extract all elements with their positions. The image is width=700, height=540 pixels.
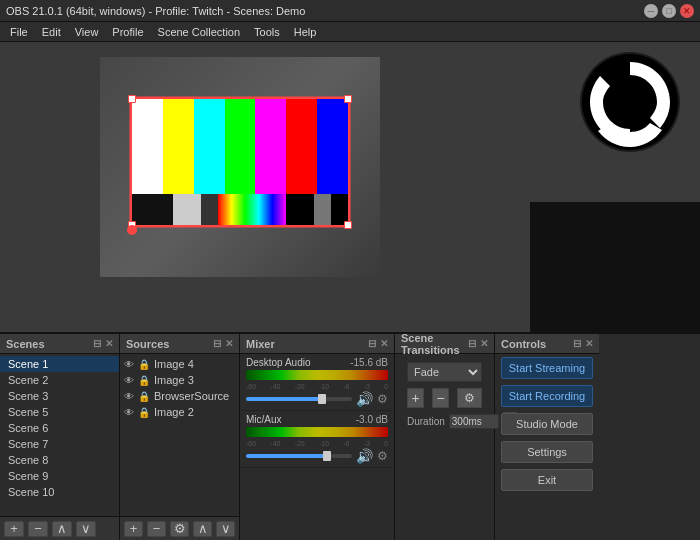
menu-scene-collection[interactable]: Scene Collection xyxy=(152,25,247,39)
scene-list: Scene 1 Scene 2 Scene 3 Scene 5 Scene 6 … xyxy=(0,354,119,516)
sources-panel-header: Sources ⊟ ✕ xyxy=(120,334,239,354)
bot-gray xyxy=(314,194,331,226)
menu-view[interactable]: View xyxy=(69,25,105,39)
scene-remove-button[interactable]: − xyxy=(28,521,48,537)
scene-item[interactable]: Scene 6 xyxy=(0,420,119,436)
scene-item[interactable]: Scene 2 xyxy=(0,372,119,388)
source-name: Image 4 xyxy=(154,358,194,370)
source-name: Image 3 xyxy=(154,374,194,386)
scene-item[interactable]: Scene 10 xyxy=(0,484,119,500)
source-item-image2[interactable]: 👁 🔒 Image 2 xyxy=(120,404,239,420)
bot-light xyxy=(173,194,200,226)
handle-br[interactable] xyxy=(344,221,352,229)
sources-close-icon[interactable]: ✕ xyxy=(225,338,233,349)
source-name: BrowserSource xyxy=(154,390,229,402)
menu-help[interactable]: Help xyxy=(288,25,323,39)
source-settings-button[interactable]: ⚙ xyxy=(170,521,189,537)
scene-item[interactable]: Scene 1 xyxy=(0,356,119,372)
mic-volume-slider[interactable] xyxy=(246,454,352,458)
sources-config-icon[interactable]: ⊟ xyxy=(213,338,221,349)
scenes-panel-header: Scenes ⊟ ✕ xyxy=(0,334,119,354)
scene-down-button[interactable]: ∨ xyxy=(76,521,96,537)
scene-up-button[interactable]: ∧ xyxy=(52,521,72,537)
scenes-close-icon[interactable]: ✕ xyxy=(105,338,113,349)
close-button[interactable]: ✕ xyxy=(680,4,694,18)
handle-tr[interactable] xyxy=(344,95,352,103)
source-up-button[interactable]: ∧ xyxy=(193,521,212,537)
scenes-config-icon[interactable]: ⊟ xyxy=(93,338,101,349)
desktop-mute-button[interactable]: 🔊 xyxy=(356,391,373,407)
scene-item[interactable]: Scene 3 xyxy=(0,388,119,404)
exit-button[interactable]: Exit xyxy=(501,469,593,491)
scene-add-button[interactable]: + xyxy=(4,521,24,537)
source-remove-button[interactable]: − xyxy=(147,521,166,537)
obs-logo xyxy=(580,52,680,152)
lock-icon: 🔒 xyxy=(138,375,150,386)
transition-settings-button[interactable]: ⚙ xyxy=(457,388,482,408)
titlebar-title: OBS 21.0.1 (64bit, windows) - Profile: T… xyxy=(6,5,305,17)
menu-profile[interactable]: Profile xyxy=(106,25,149,39)
controls-close-icon[interactable]: ✕ xyxy=(585,338,593,349)
desktop-volume-fill xyxy=(246,397,326,401)
desktop-volume-slider[interactable] xyxy=(246,397,352,401)
scene-item[interactable]: Scene 9 xyxy=(0,468,119,484)
eye-icon[interactable]: 👁 xyxy=(124,375,134,386)
transitions-close-icon[interactable]: ✕ xyxy=(480,338,488,349)
transition-remove-button[interactable]: − xyxy=(432,388,449,408)
scene-item[interactable]: Scene 5 xyxy=(0,404,119,420)
source-add-button[interactable]: + xyxy=(124,521,143,537)
mic-mixer-controls: 🔊 ⚙ xyxy=(246,448,388,464)
handle-tl[interactable] xyxy=(128,95,136,103)
mic-settings-icon[interactable]: ⚙ xyxy=(377,449,388,463)
color-bars-preview[interactable] xyxy=(130,97,350,227)
bottom-panels: Scenes ⊟ ✕ Scene 1 Scene 2 Scene 3 Scene… xyxy=(0,332,700,540)
mixer-config-icon[interactable]: ⊟ xyxy=(368,338,376,349)
duration-row: Duration ▲ ▼ xyxy=(401,410,488,433)
source-item-browser[interactable]: 👁 🔒 BrowserSource xyxy=(120,388,239,404)
controls-panel: Controls ⊟ ✕ Start Streaming Start Recor… xyxy=(495,334,599,540)
desktop-settings-icon[interactable]: ⚙ xyxy=(377,392,388,406)
source-item-image4[interactable]: 👁 🔒 Image 4 xyxy=(120,356,239,372)
eye-icon[interactable]: 👁 xyxy=(124,359,134,370)
bot-black xyxy=(286,194,313,226)
transitions-config-icon[interactable]: ⊟ xyxy=(468,338,476,349)
transition-add-button[interactable]: + xyxy=(407,388,424,408)
sources-header-icons: ⊟ ✕ xyxy=(213,338,233,349)
transitions-panel-header: Scene Transitions ⊟ ✕ xyxy=(395,334,494,354)
source-down-button[interactable]: ∨ xyxy=(216,521,235,537)
transition-type-select[interactable]: Fade Cut Swipe xyxy=(407,362,482,382)
duration-input[interactable] xyxy=(449,414,499,429)
svg-point-2 xyxy=(618,90,642,114)
desktop-vu-meter xyxy=(246,370,388,380)
sources-panel: Sources ⊟ ✕ 👁 🔒 Image 4 👁 🔒 Image 3 👁 🔒 … xyxy=(120,334,240,540)
transitions-panel: Scene Transitions ⊟ ✕ Fade Cut Swipe + −… xyxy=(395,334,495,540)
mic-mute-button[interactable]: 🔊 xyxy=(356,448,373,464)
menu-tools[interactable]: Tools xyxy=(248,25,286,39)
lock-icon: 🔒 xyxy=(138,391,150,402)
eye-icon[interactable]: 👁 xyxy=(124,391,134,402)
minimize-button[interactable]: ─ xyxy=(644,4,658,18)
bar-green xyxy=(225,99,256,194)
start-recording-button[interactable]: Start Recording xyxy=(501,385,593,407)
settings-button[interactable]: Settings xyxy=(501,441,593,463)
controls-title: Controls xyxy=(501,338,546,350)
mic-vu-bar xyxy=(246,427,388,437)
source-item-image3[interactable]: 👁 🔒 Image 3 xyxy=(120,372,239,388)
mic-volume-handle[interactable] xyxy=(323,451,331,461)
controls-config-icon[interactable]: ⊟ xyxy=(573,338,581,349)
studio-mode-button[interactable]: Studio Mode xyxy=(501,413,593,435)
menu-edit[interactable]: Edit xyxy=(36,25,67,39)
maximize-button[interactable]: □ xyxy=(662,4,676,18)
mixer-panel: Mixer ⊟ ✕ Desktop Audio -15.6 dB -60 -40… xyxy=(240,334,395,540)
scene-item[interactable]: Scene 8 xyxy=(0,452,119,468)
scene-item[interactable]: Scene 7 xyxy=(0,436,119,452)
handle-bc[interactable] xyxy=(127,225,137,235)
lock-icon: 🔒 xyxy=(138,359,150,370)
menu-file[interactable]: File xyxy=(4,25,34,39)
mixer-close-icon[interactable]: ✕ xyxy=(380,338,388,349)
desktop-volume-handle[interactable] xyxy=(318,394,326,404)
desktop-mixer-controls: 🔊 ⚙ xyxy=(246,391,388,407)
start-streaming-button[interactable]: Start Streaming xyxy=(501,357,593,379)
color-bars-top xyxy=(132,99,348,194)
eye-icon[interactable]: 👁 xyxy=(124,407,134,418)
